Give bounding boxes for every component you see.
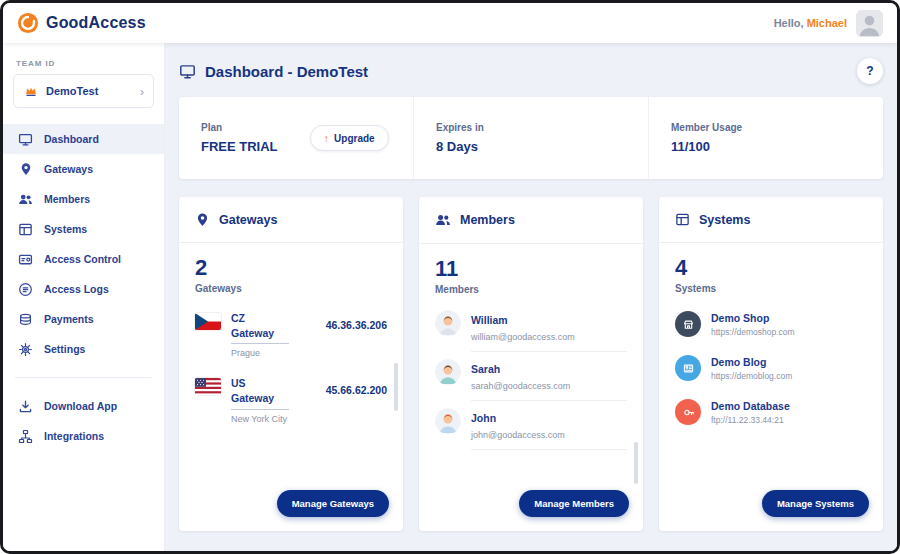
member-name-link[interactable]: John	[471, 412, 496, 424]
gateway-pin-icon	[195, 212, 210, 227]
gateway-name-link[interactable]: CZ Gateway	[231, 311, 289, 344]
sidebar-item-dashboard[interactable]: Dashboard	[3, 124, 164, 154]
manage-gateways-button[interactable]: Manage Gateways	[277, 490, 389, 517]
settings-icon	[18, 342, 33, 357]
gateway-ip: 46.36.36.206	[326, 311, 387, 331]
member-email: sarah@goodaccess.com	[471, 381, 627, 391]
gateway-location: New York City	[231, 414, 289, 424]
member-row: Sarah sarah@goodaccess.com	[435, 352, 627, 401]
gateway-row: CZ Gateway Prague 46.36.36.206	[195, 302, 387, 367]
members-card-title: Members	[460, 213, 515, 227]
access-logs-icon	[18, 282, 33, 297]
sidebar-item-settings[interactable]: Settings	[3, 334, 164, 364]
member-usage-label: Member Usage	[671, 122, 742, 133]
sidebar-item-access-control[interactable]: Access Control	[3, 244, 164, 274]
systems-card-title: Systems	[699, 213, 750, 227]
sidebar-item-gateways[interactable]: Gateways	[3, 154, 164, 184]
plan-label: Plan	[201, 122, 278, 133]
brand-logo[interactable]: GoodAccess	[17, 12, 146, 34]
sidebar-item-download-app[interactable]: Download App	[3, 391, 164, 421]
member-usage-value: 11/100	[671, 139, 742, 154]
systems-card: Systems 4 Systems Demo Shop https://demo…	[659, 197, 883, 531]
page-title: Dashboard - DemoTest	[205, 63, 368, 80]
sidebar-item-label: Members	[44, 193, 90, 205]
team-name: DemoTest	[46, 85, 132, 97]
member-row: John john@goodaccess.com	[435, 401, 627, 450]
dashboard-monitor-icon	[179, 63, 196, 80]
gateways-card-title: Gateways	[219, 213, 277, 227]
systems-count: 4	[675, 255, 867, 281]
members-group-icon	[435, 212, 451, 228]
page-header: Dashboard - DemoTest ?	[179, 58, 883, 84]
system-name-link[interactable]: Demo Database	[711, 400, 790, 412]
main-content: Dashboard - DemoTest ? Plan FREE TRIAL ↑…	[165, 43, 897, 551]
expires-section: Expires in 8 Days	[413, 97, 648, 179]
user-menu[interactable]: Hello, Michael	[774, 10, 883, 37]
system-row: Demo Blog https://demoblog.com	[675, 346, 867, 390]
system-url: https://demoshop.com	[711, 327, 795, 337]
sidebar: TEAM ID DemoTest › Dashboard Gateways	[3, 43, 165, 551]
system-url: https://demoblog.com	[711, 371, 792, 381]
team-id-label: TEAM ID	[16, 59, 164, 68]
member-avatar	[435, 310, 461, 336]
sidebar-item-integrations[interactable]: Integrations	[3, 421, 164, 451]
members-card-header: Members	[419, 197, 643, 244]
access-control-icon	[18, 252, 33, 267]
team-selector[interactable]: DemoTest ›	[13, 74, 154, 108]
systems-count-label: Systems	[675, 283, 867, 294]
manage-members-button[interactable]: Manage Members	[519, 490, 629, 517]
sidebar-item-label: Settings	[44, 343, 85, 355]
gateway-icon	[18, 162, 33, 177]
sidebar-item-label: Dashboard	[44, 133, 99, 145]
systems-icon	[18, 222, 33, 237]
systems-grid-icon	[675, 212, 690, 227]
members-count-label: Members	[435, 284, 627, 295]
members-count: 11	[435, 256, 627, 282]
goodaccess-logo-icon	[17, 12, 39, 34]
sidebar-item-members[interactable]: Members	[3, 184, 164, 214]
scrollbar-thumb[interactable]	[634, 442, 638, 484]
upgrade-arrow-icon: ↑	[324, 132, 330, 144]
gateway-ip: 45.66.62.200	[326, 376, 387, 396]
shop-icon	[675, 311, 701, 337]
download-icon	[18, 399, 33, 414]
upgrade-label: Upgrade	[334, 133, 375, 144]
plan-summary-card: Plan FREE TRIAL ↑ Upgrade Expires in 8 D…	[179, 97, 883, 179]
upgrade-button[interactable]: ↑ Upgrade	[310, 125, 389, 151]
systems-card-body: 4 Systems Demo Shop https://demoshop.com	[659, 243, 883, 490]
sidebar-divider	[15, 377, 152, 378]
gateway-name-link[interactable]: US Gateway	[231, 376, 289, 409]
gateways-card-body: 2 Gateways CZ Gateway Prague 46.36.36.20…	[179, 243, 403, 490]
members-card: Members 11 Members William william@gooda…	[419, 197, 643, 531]
member-avatar	[435, 359, 461, 385]
sidebar-item-access-logs[interactable]: Access Logs	[3, 274, 164, 304]
sidebar-item-label: Gateways	[44, 163, 93, 175]
sidebar-item-systems[interactable]: Systems	[3, 214, 164, 244]
system-row: Demo Database ftp://11.22.33.44:21	[675, 390, 867, 434]
database-icon	[675, 399, 701, 425]
user-name: Michael	[807, 17, 847, 29]
member-name-link[interactable]: Sarah	[471, 363, 500, 375]
system-name-link[interactable]: Demo Shop	[711, 312, 795, 324]
gateways-card-header: Gateways	[179, 197, 403, 243]
system-name-link[interactable]: Demo Blog	[711, 356, 792, 368]
app-window: GoodAccess Hello, Michael TEAM ID DemoTe…	[0, 0, 900, 554]
dashboard-icon	[18, 132, 33, 147]
sidebar-item-label: Access Logs	[44, 283, 109, 295]
member-name-link[interactable]: William	[471, 314, 508, 326]
member-row: William william@goodaccess.com	[435, 303, 627, 352]
gateways-card: Gateways 2 Gateways CZ Gateway Prague	[179, 197, 403, 531]
blog-icon	[675, 355, 701, 381]
gateway-location: Prague	[231, 348, 289, 358]
cz-flag-icon	[195, 313, 221, 330]
members-icon	[18, 192, 33, 207]
user-avatar[interactable]	[856, 10, 883, 37]
sidebar-item-label: Integrations	[44, 430, 104, 442]
members-card-body: 11 Members William william@goodaccess.co…	[419, 244, 643, 490]
scrollbar-thumb[interactable]	[394, 363, 398, 411]
sidebar-item-payments[interactable]: Payments	[3, 304, 164, 334]
help-button[interactable]: ?	[857, 58, 883, 84]
manage-systems-button[interactable]: Manage Systems	[762, 490, 869, 517]
systems-card-header: Systems	[659, 197, 883, 243]
integrations-icon	[18, 429, 33, 444]
